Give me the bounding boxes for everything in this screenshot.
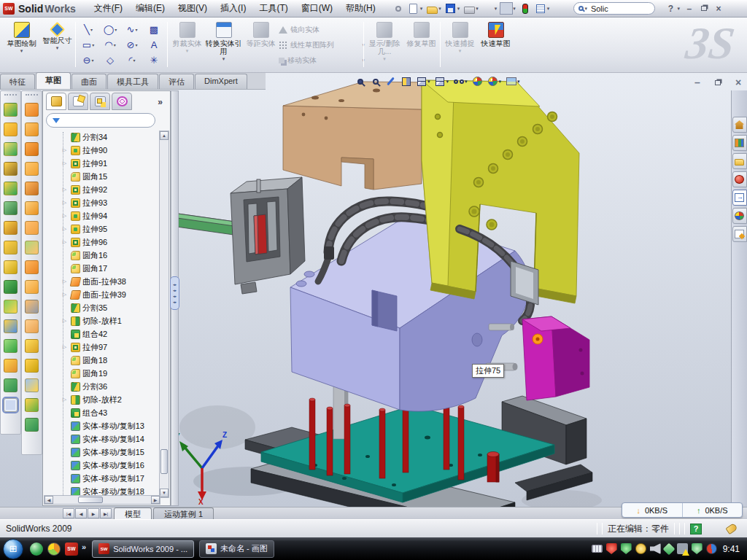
chevron-down-icon[interactable]: ▾ [133,58,136,63]
tree-item[interactable]: ▷切除-放样1 [44,314,160,327]
speed-shield-icon[interactable] [621,543,632,554]
sketch-entity-button[interactable]: ╲▾ [77,22,99,37]
view-palette-tab[interactable] [732,190,747,206]
toolbar-grip[interactable] [26,94,38,98]
sketch-button[interactable]: 草图绘制 ▾ [4,20,39,70]
tree-item[interactable]: ▷拉伸97 [44,341,160,354]
chevron-down-icon[interactable]: ▾ [92,42,94,47]
splitter-handle[interactable]: ◂▸◂▸◂▸◂▸ [170,276,179,310]
search-results-tab[interactable] [732,171,747,187]
tree-item[interactable]: 实体-移动/复制15 [44,446,160,459]
headsup-button[interactable]: ▾ [487,76,502,87]
split-icon[interactable] [4,300,18,314]
expand-arrow-icon[interactable]: ▷ [61,292,69,298]
taskbar-button[interactable]: SWSolidWorks 2009 - ... [92,540,194,558]
home-tab[interactable] [732,117,747,133]
next-page-icon[interactable]: ▶ [88,508,99,518]
chevron-down-icon[interactable]: ▾ [499,79,502,85]
extruded-boss-icon[interactable] [4,103,18,117]
scroll-left-icon[interactable]: ◀ [44,496,53,504]
ruled-surface-icon[interactable] [25,122,39,136]
expand-arrow-icon[interactable]: ▷ [61,213,69,219]
keyboard-icon[interactable] [592,545,603,553]
headsup-button[interactable]: ▾ [506,76,520,87]
file-explorer-tab[interactable] [732,153,747,169]
tree-item[interactable]: ▷切除-放样2 [44,393,160,406]
doc-restore-button[interactable] [711,77,725,88]
search-input[interactable]: ▾ Solic [573,2,655,15]
tree-item[interactable]: 实体-移动/复制13 [44,419,160,432]
sketch-entity-button[interactable]: ⊘▾ [121,37,143,52]
core-icon[interactable] [25,418,39,432]
delete-face-icon[interactable] [25,300,39,314]
tree-item[interactable]: ▷拉伸95 [44,222,160,236]
extend-surface-icon[interactable] [25,162,39,176]
filled-surface-icon[interactable] [25,280,39,294]
custom-properties-tab[interactable] [732,226,747,242]
qab-button[interactable] [551,2,566,15]
sketch-entity-button[interactable]: ◯▾ [99,22,121,37]
tooling-split-icon[interactable] [25,398,39,412]
move-copy-body-icon[interactable] [4,319,18,333]
tree-item[interactable]: 组合43 [44,406,160,419]
sketch-entity-button[interactable]: ◠▾ [99,37,121,52]
chevron-down-icon[interactable]: ▾ [20,48,23,54]
antivirus-shield-icon[interactable] [606,543,617,554]
expand-arrow-icon[interactable]: ▷ [61,226,69,232]
tree-item[interactable]: ▷曲面-拉伸38 [44,275,160,288]
tree-item[interactable]: 分割35 [44,301,160,314]
qab-button[interactable] [533,2,548,15]
expand-arrow-icon[interactable]: ▷ [61,147,69,153]
entity-row-button[interactable]: 线性草图阵列▾ [279,37,365,52]
expand-arrow-icon[interactable]: ▷ [61,187,69,192]
headsup-button[interactable] [355,76,365,87]
expand-arrow-icon[interactable]: ▷ [61,200,69,206]
instant3d-icon[interactable] [4,398,18,412]
menu-item[interactable]: 帮助(H) [339,0,382,17]
tab-特征[interactable]: 特征 [0,74,35,89]
solidworks-icon[interactable]: SW [65,542,78,556]
tree-item[interactable]: 圆角19 [44,367,160,380]
sketch-entity-button[interactable]: A [143,37,165,52]
dual-ball-icon[interactable] [706,543,717,554]
sketch-entity-button[interactable]: ✳ [143,52,165,68]
quick-launch-overflow[interactable]: » [82,542,86,551]
replace-face-icon[interactable] [25,319,39,333]
expand-arrow-icon[interactable]: ▷ [61,279,69,284]
chevron-down-icon[interactable]: ▾ [56,45,59,51]
tree-item[interactable]: 实体-移动/复制14 [44,432,160,446]
boundary-surface-icon[interactable] [25,260,39,274]
swept-surface-icon[interactable] [25,103,39,117]
expand-arrow-icon[interactable]: ▷ [61,344,69,350]
tree-item[interactable]: 实体-移动/复制16 [44,459,160,472]
doc-close-button[interactable]: × [731,77,746,88]
sketch-entity-button[interactable]: ◇ [99,52,121,68]
draft-icon[interactable] [4,201,18,215]
smart-dimension-button[interactable]: 智能尺寸 ▾ [40,20,74,70]
chevron-down-icon[interactable]: ▾ [517,79,520,85]
shell-icon[interactable] [4,280,18,294]
quick-snaps-button[interactable]: 快速捕捉 ▾ [443,20,477,70]
propertymanager-tab[interactable] [68,93,88,110]
trim-entities-button[interactable]: 剪裁实体 ▾ [170,20,204,70]
expand-arrow-icon[interactable]: ▷ [61,160,69,166]
tree-item[interactable]: 圆角17 [44,262,160,275]
prev-page-icon[interactable]: ◀ [75,508,87,518]
headsup-button[interactable]: ▾ [435,76,449,87]
chevron-down-icon[interactable]: ▾ [91,58,93,63]
menu-item[interactable]: 编辑(E) [129,0,171,17]
sketch-entity-button[interactable]: ⊖▾ [77,52,99,68]
quick-tip-icon[interactable]: ? [690,524,702,534]
tree-horizontal-scrollbar[interactable]: ◀ ▶ [44,495,160,505]
close-button[interactable]: × [712,3,725,14]
headsup-button[interactable] [472,76,483,87]
tag-icon[interactable] [725,523,738,534]
qab-button[interactable] [518,2,533,15]
scroll-right-icon[interactable]: ▶ [151,496,160,504]
planar-surface-icon[interactable] [25,221,39,235]
tree-item[interactable]: ▷拉伸92 [44,183,160,196]
last-page-icon[interactable]: ▶| [100,508,112,518]
green-gem-icon[interactable] [662,542,675,555]
scrollbar-thumb[interactable] [78,497,103,503]
tree-vertical-scrollbar[interactable]: ▲ ▼ [159,131,169,498]
